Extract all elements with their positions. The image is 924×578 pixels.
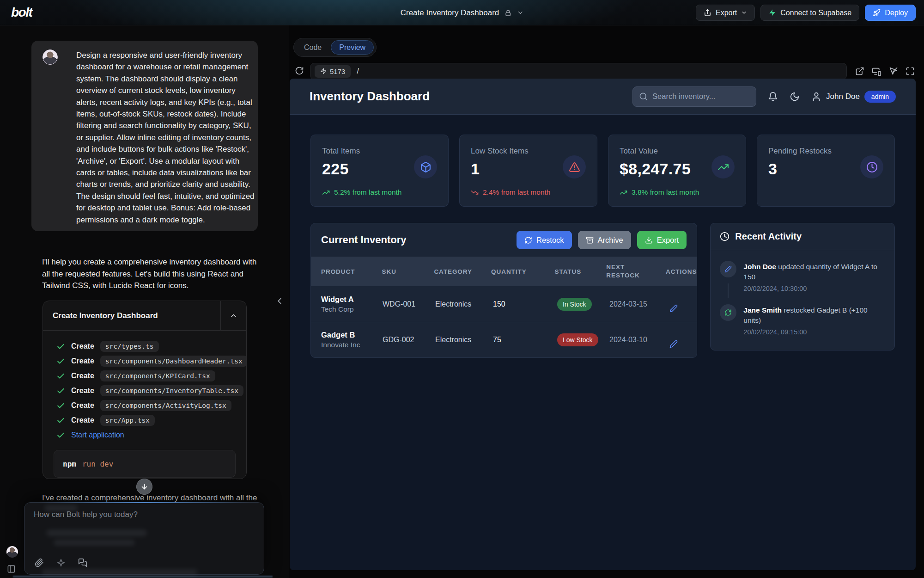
chat-mode-icon[interactable]: [78, 558, 87, 567]
inventory-search[interactable]: [632, 86, 756, 107]
app-header-actions: John Doe admin: [632, 86, 896, 107]
sidebar-toggle-icon[interactable]: [7, 565, 16, 573]
clock-icon: [860, 155, 883, 178]
assistant-followup-text: I've created a comprehensive inventory d…: [42, 493, 264, 503]
export-csv-button[interactable]: Export: [637, 231, 687, 249]
step-action: Create: [71, 416, 94, 424]
workbench: Code Preview 5173 /: [289, 25, 916, 570]
step-file-path[interactable]: src/components/KPICard.tsx: [100, 370, 215, 381]
step-action: Create: [71, 372, 94, 380]
artifact-step: Create src/components/ActivityLog.tsx: [56, 398, 246, 413]
archive-label: Archive: [598, 236, 623, 245]
product-category: Electronics: [425, 336, 483, 344]
check-icon: [56, 342, 65, 351]
bolt-logo[interactable]: bolt: [11, 5, 32, 20]
activity-list: John Doe updated quantity of Widget A to…: [711, 250, 894, 350]
restock-button[interactable]: Restock: [517, 231, 572, 249]
trending-up-icon: [322, 189, 330, 197]
kpi-trend-text: 3.8% from last month: [632, 188, 699, 197]
tab-code[interactable]: Code: [296, 40, 329, 55]
status-badge: Low Stock: [557, 333, 598, 346]
inventory-table-header: Current Inventory Restock Archive: [311, 223, 697, 257]
step-file-path[interactable]: src/components/InventoryTable.tsx: [100, 385, 243, 396]
chat-composer[interactable]: [24, 502, 264, 575]
scroll-to-bottom-button[interactable]: [136, 479, 152, 495]
port-number: 5173: [330, 68, 345, 75]
port-pill[interactable]: 5173: [315, 65, 351, 78]
preview-viewport: Inventory Dashboard: [290, 79, 916, 570]
search-input[interactable]: [652, 92, 754, 101]
step-file-path[interactable]: src/components/ActivityLog.tsx: [100, 400, 231, 411]
responsive-devices-icon[interactable]: [872, 67, 881, 76]
next-restock-date: 2024-03-15: [599, 299, 659, 309]
restock-label: Restock: [536, 236, 564, 245]
start-application-link[interactable]: Start application: [71, 431, 124, 439]
product-sku: WDG-001: [372, 300, 425, 308]
url-field[interactable]: 5173 /: [310, 63, 847, 80]
terminal-args: run dev: [82, 460, 113, 468]
activity-text: John Doe updated quantity of Widget A to…: [743, 261, 885, 283]
step-file-path[interactable]: src/App.tsx: [100, 415, 155, 426]
check-icon: [56, 431, 65, 440]
app-header: Inventory Dashboard: [290, 79, 916, 115]
clock-icon: [720, 232, 729, 241]
composer-toolbar: [35, 558, 87, 567]
kpi-trend: 5.2% from last month: [322, 188, 401, 197]
activity-timestamp: 20/02/2024, 10:30:00: [743, 285, 885, 292]
chat-input[interactable]: [34, 510, 255, 542]
artifact-steps: Create src/types.ts Create src/component…: [43, 331, 246, 443]
recent-activity-card: Recent Activity John Doe updated quantit…: [710, 223, 895, 350]
redacted-text: [13, 576, 273, 578]
port-zap-icon: [320, 68, 327, 74]
view-tabs: Code Preview: [293, 38, 377, 57]
app-title: Inventory Dashboard: [310, 89, 430, 104]
collapse-chat-button[interactable]: [274, 296, 285, 306]
arrow-down-icon: [140, 483, 148, 491]
user-avatar: [43, 49, 58, 65]
export-button[interactable]: Export: [696, 5, 755, 21]
user-name: John Doe: [826, 92, 860, 101]
edit-row-icon[interactable]: [669, 304, 697, 313]
kpi-row: Total Items 225 5.2% from last month Low…: [310, 135, 895, 207]
kpi-trend: 3.8% from last month: [620, 188, 699, 197]
project-title-menu[interactable]: Create Inventory Dashboard: [401, 0, 524, 25]
product-quantity[interactable]: 75: [483, 336, 547, 344]
step-file-path[interactable]: src/components/DashboardHeader.tsx: [100, 356, 247, 367]
user-chip[interactable]: John Doe admin: [811, 91, 896, 103]
rocket-icon: [873, 9, 881, 17]
alert-triangle-icon: [563, 155, 586, 178]
export-label: Export: [716, 9, 737, 17]
artifact-title: Create Inventory Dashboard: [43, 311, 158, 320]
artifact-collapse-button[interactable]: [220, 301, 246, 330]
artifact-step: Create src/components/KPICard.tsx: [56, 369, 246, 383]
kpi-card-total-items: Total Items 225 5.2% from last month: [310, 135, 449, 207]
product-quantity[interactable]: 150: [483, 300, 547, 308]
dark-mode-toggle-icon[interactable]: [790, 92, 800, 102]
fullscreen-icon[interactable]: [906, 67, 915, 76]
inspector-toggle-icon[interactable]: [889, 67, 898, 76]
account-avatar[interactable]: [6, 546, 18, 558]
archive-button[interactable]: Archive: [578, 231, 631, 249]
column-header: Status: [545, 268, 596, 275]
search-icon: [639, 92, 648, 101]
column-header: Product: [311, 268, 372, 275]
artifact-step: Create src/components/InventoryTable.tsx: [56, 383, 246, 398]
deploy-button[interactable]: Deploy: [865, 5, 916, 21]
notifications-bell-icon[interactable]: [768, 92, 778, 102]
kpi-card-total-value: Total Value $8,247.75 3.8% from last mon…: [608, 135, 746, 207]
topbar-actions: Export Connect to Supabase Deploy: [696, 5, 916, 21]
attach-file-icon[interactable]: [35, 558, 44, 567]
reload-icon[interactable]: [295, 66, 304, 75]
enhance-prompt-icon[interactable]: [56, 558, 66, 567]
activity-user: John Doe: [743, 263, 776, 271]
edit-row-icon[interactable]: [669, 340, 697, 348]
deploy-label: Deploy: [885, 9, 908, 17]
open-in-new-tab-icon[interactable]: [855, 67, 864, 76]
chevron-down-icon: [517, 9, 523, 16]
tab-preview[interactable]: Preview: [331, 40, 374, 55]
url-path: /: [357, 67, 359, 75]
activity-item: John Doe updated quantity of Widget A to…: [720, 255, 885, 298]
package-icon: [414, 155, 437, 178]
step-file-path[interactable]: src/types.ts: [100, 341, 159, 352]
connect-supabase-button[interactable]: Connect to Supabase: [760, 5, 859, 21]
